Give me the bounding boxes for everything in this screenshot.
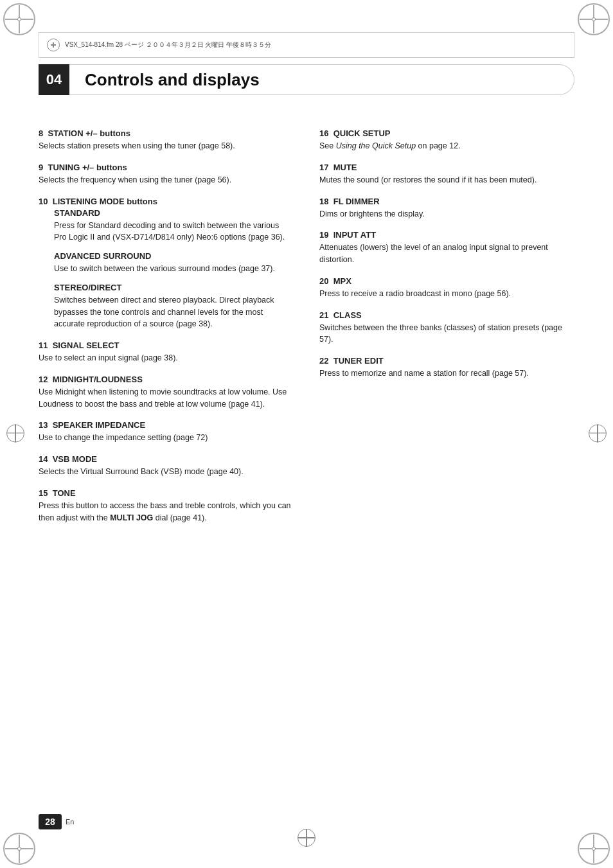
item-8-body: Selects station presets when using the t… [39,140,294,152]
item-22-title: 22 TUNER EDIT [319,356,574,366]
page: VSX_514-814.fm 28 ページ ２００４年３月２日 火曜日 午後８時… [0,0,613,868]
item-13-number: 13 [39,420,48,430]
item-10-stereo-title: STEREO/DIRECT [54,283,294,292]
item-21-title: 21 CLASS [319,310,574,320]
item-20-title: 20 MPX [319,276,574,286]
side-reg-mark-right [589,424,607,444]
reg-mark-top [47,39,60,51]
item-15-title: 15 TONE [39,488,294,498]
main-content: 8 STATION +/– buttons Selects station pr… [39,116,574,791]
item-11: 11 SIGNAL SELECT Use to select an input … [39,341,294,364]
item-10-advanced-title: ADVANCED SURROUND [54,251,294,261]
item-10-title: 10 LISTENING MODE buttons [39,197,294,206]
item-22-body: Press to memorize and name a station for… [319,368,574,380]
item-16: 16 QUICK SETUP See Using the Quick Setup… [319,128,574,152]
item-18-body: Dims or brightens the display. [319,208,574,220]
item-10-stereo: STEREO/DIRECT Switches between direct an… [54,283,294,330]
file-info-bar: VSX_514-814.fm 28 ページ ２００４年３月２日 火曜日 午後８時… [39,32,574,58]
file-info-text: VSX_514-814.fm 28 ページ ２００４年３月２日 火曜日 午後８時… [65,40,271,49]
item-21: 21 CLASS Switches between the three bank… [319,310,574,346]
item-19-body: Attenuates (lowers) the level of an anal… [319,242,574,266]
item-10-standard-title: STANDARD [54,208,294,218]
item-20: 20 MPX Press to receive a radio broadcas… [319,276,574,300]
page-footer: 28 En [39,814,74,829]
item-9: 9 TUNING +/– buttons Selects the frequen… [39,163,294,186]
item-14-body: Selects the Virtual Surround Back (VSB) … [39,466,294,478]
item-12-number: 12 [39,375,48,384]
item-12-body: Use Midnight when listening to movie sou… [39,386,294,411]
corner-mark-bottom-right [578,833,610,865]
item-8-title: 8 STATION +/– buttons [39,128,294,138]
item-11-number: 11 [39,341,48,350]
item-9-number: 9 [39,163,43,172]
item-13-body: Use to change the impedance setting (pag… [39,432,294,444]
page-lang: En [66,818,74,826]
item-10-standard: STANDARD Press for Standard decoding and… [54,208,294,244]
item-10-stereo-body: Switches between direct and stereo playb… [54,294,294,330]
item-10: 10 LISTENING MODE buttons STANDARD Press… [39,197,294,331]
chapter-title: Controls and displays [85,70,260,90]
chapter-header: 04 Controls and displays [39,64,574,95]
item-17-body: Mutes the sound (or restores the sound i… [319,174,574,186]
item-16-body: See Using the Quick Setup on page 12. [319,140,574,152]
chapter-number: 04 [39,64,69,95]
item-11-body: Use to select an input signal (page 38). [39,352,294,364]
side-reg-mark-left [6,424,24,444]
item-9-body: Selects the frequency when using the tun… [39,174,294,186]
chapter-title-bar: Controls and displays [69,64,574,95]
item-9-title: 9 TUNING +/– buttons [39,163,294,172]
right-column: 16 QUICK SETUP See Using the Quick Setup… [319,116,574,791]
item-13-title: 13 SPEAKER IMPEDANCE [39,420,294,430]
item-22: 22 TUNER EDIT Press to memorize and name… [319,356,574,380]
item-21-number: 21 [319,310,328,320]
item-12-title: 12 MIDNIGHT/LOUDNESS [39,375,294,384]
item-19: 19 INPUT ATT Attenuates (lowers) the lev… [319,230,574,266]
item-13: 13 SPEAKER IMPEDANCE Use to change the i… [39,420,294,444]
item-18: 18 FL DIMMER Dims or brightens the displ… [319,197,574,220]
item-20-number: 20 [319,276,328,286]
item-21-body: Switches between the three banks (classe… [319,322,574,346]
bottom-center-reg-mark [298,829,315,849]
item-8: 8 STATION +/– buttons Selects station pr… [39,128,294,152]
item-10-advanced: ADVANCED SURROUND Use to switch between … [54,251,294,275]
item-16-title: 16 QUICK SETUP [319,128,574,138]
item-17-title: 17 MUTE [319,163,574,172]
item-22-number: 22 [319,356,328,366]
item-15-number: 15 [39,488,48,498]
item-19-title: 19 INPUT ATT [319,230,574,240]
item-17-number: 17 [319,163,328,172]
item-10-number: 10 [39,197,48,206]
item-18-number: 18 [319,197,328,206]
left-column: 8 STATION +/– buttons Selects station pr… [39,116,294,791]
item-12: 12 MIDNIGHT/LOUDNESS Use Midnight when l… [39,375,294,411]
item-16-number: 16 [319,128,328,138]
corner-mark-top-right [578,3,610,35]
item-10-standard-body: Press for Standard decoding and to switc… [54,220,294,244]
item-18-title: 18 FL DIMMER [319,197,574,206]
item-11-title: 11 SIGNAL SELECT [39,341,294,350]
corner-mark-top-left [3,3,35,35]
item-20-body: Press to receive a radio broadcast in mo… [319,288,574,300]
item-19-number: 19 [319,230,328,240]
item-8-number: 8 [39,128,43,138]
corner-mark-bottom-left [3,833,35,865]
item-17: 17 MUTE Mutes the sound (or restores the… [319,163,574,186]
item-14: 14 VSB MODE Selects the Virtual Surround… [39,454,294,478]
item-15: 15 TONE Press this button to access the … [39,488,294,524]
page-number: 28 [39,814,62,829]
item-15-body: Press this button to access the bass and… [39,500,294,524]
item-14-title: 14 VSB MODE [39,454,294,464]
item-14-number: 14 [39,454,48,464]
item-10-advanced-body: Use to switch between the various surrou… [54,263,294,275]
